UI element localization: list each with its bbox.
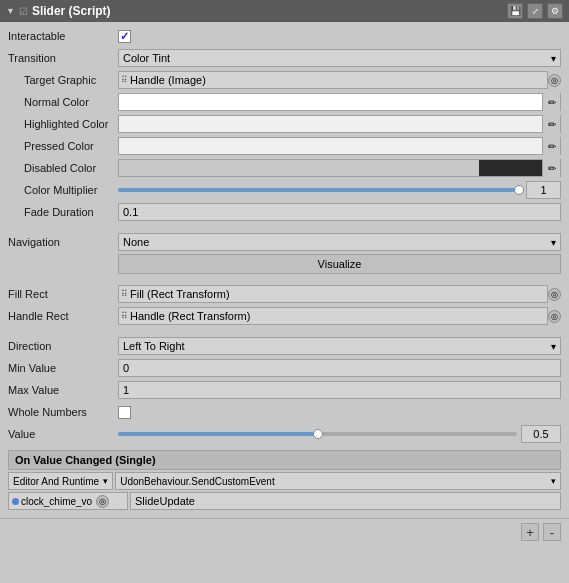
panel-body: Interactable ✓ Transition Color Tint Tar… — [0, 22, 569, 514]
expand-icon[interactable]: ⤢ — [527, 3, 543, 19]
value-row: Value 0.5 — [8, 424, 561, 444]
add-event-button[interactable]: + — [521, 523, 539, 541]
fill-rect-field[interactable]: ⠿ Fill (Rect Transform) — [118, 285, 548, 303]
method-field[interactable]: SlideUpdate — [130, 492, 561, 510]
pressed-color-field[interactable]: ✏ — [118, 137, 561, 155]
transition-label: Transition — [8, 52, 118, 64]
object-field[interactable]: clock_chime_vo ◎ — [8, 492, 128, 510]
min-value-field[interactable]: 0 — [118, 359, 561, 377]
handle-rect-row: Handle Rect ⠿ Handle (Rect Transform) ◎ — [8, 306, 561, 326]
transition-row: Transition Color Tint — [8, 48, 561, 68]
navigation-label: Navigation — [8, 236, 118, 248]
interactable-label: Interactable — [8, 30, 118, 42]
events-section: On Value Changed (Single) Editor And Run… — [8, 450, 561, 510]
direction-dropdown[interactable]: Left To Right — [118, 337, 561, 355]
navigation-row: Navigation None — [8, 232, 561, 252]
bottom-bar: + - — [0, 518, 569, 545]
disabled-color-swatch — [119, 160, 542, 176]
handle-rect-picker[interactable]: ◎ — [548, 310, 561, 323]
color-multiplier-slider-row: 1 — [118, 181, 561, 199]
min-value-label: Min Value — [8, 362, 118, 374]
handle-rect-field[interactable]: ⠿ Handle (Rect Transform) — [118, 307, 548, 325]
fill-rect-label: Fill Rect — [8, 288, 118, 300]
highlighted-color-swatch — [119, 116, 542, 132]
pressed-color-swatch — [119, 138, 542, 154]
max-value-field[interactable]: 1 — [118, 381, 561, 399]
visualize-row: Visualize — [8, 254, 561, 274]
panel-title: Slider (Script) — [32, 4, 503, 18]
fade-duration-label: Fade Duration — [8, 206, 118, 218]
normal-color-label: Normal Color — [8, 96, 118, 108]
header-icons: 💾 ⤢ ⚙ — [507, 3, 563, 19]
color-multiplier-label: Color Multiplier — [8, 184, 118, 196]
fade-duration-row: Fade Duration 0.1 — [8, 202, 561, 222]
highlighted-color-label: Highlighted Color — [8, 118, 118, 130]
color-multiplier-track[interactable] — [118, 188, 522, 192]
color-multiplier-row: Color Multiplier 1 — [8, 180, 561, 200]
save-icon[interactable]: 💾 — [507, 3, 523, 19]
pressed-color-row: Pressed Color ✏ — [8, 136, 561, 156]
value-number[interactable]: 0.5 — [521, 425, 561, 443]
value-label: Value — [8, 428, 118, 440]
value-slider-row: 0.5 — [118, 425, 561, 443]
max-value-label: Max Value — [8, 384, 118, 396]
gear-icon[interactable]: ⚙ — [547, 3, 563, 19]
target-graphic-row: Target Graphic ⠿ Handle (Image) ◎ — [8, 70, 561, 90]
pressed-color-picker-icon[interactable]: ✏ — [542, 137, 560, 155]
max-value-row: Max Value 1 — [8, 380, 561, 400]
color-multiplier-thumb[interactable] — [514, 185, 524, 195]
visualize-button[interactable]: Visualize — [118, 254, 561, 274]
target-graphic-label: Target Graphic — [8, 74, 118, 86]
function-dropdown[interactable]: UdonBehaviour.SendCustomEvent — [115, 472, 561, 490]
fill-rect-row: Fill Rect ⠿ Fill (Rect Transform) ◎ — [8, 284, 561, 304]
whole-numbers-checkbox[interactable] — [118, 406, 131, 419]
highlighted-color-picker-icon[interactable]: ✏ — [542, 115, 560, 133]
disabled-color-label: Disabled Color — [8, 162, 118, 174]
whole-numbers-row: Whole Numbers — [8, 402, 561, 422]
highlighted-color-field[interactable]: ✏ — [118, 115, 561, 133]
disabled-color-field[interactable]: ✏ — [118, 159, 561, 177]
handle-rect-label: Handle Rect — [8, 310, 118, 322]
min-value-row: Min Value 0 — [8, 358, 561, 378]
color-multiplier-value[interactable]: 1 — [526, 181, 561, 199]
enable-checkbox[interactable]: ☑ — [19, 6, 28, 17]
transition-dropdown[interactable]: Color Tint — [118, 49, 561, 67]
interactable-row: Interactable ✓ — [8, 26, 561, 46]
value-thumb[interactable] — [313, 429, 323, 439]
collapse-icon[interactable]: ▼ — [6, 6, 15, 16]
target-graphic-picker[interactable]: ◎ — [548, 74, 561, 87]
direction-row: Direction Left To Right — [8, 336, 561, 356]
normal-color-field[interactable]: ✏ — [118, 93, 561, 111]
whole-numbers-label: Whole Numbers — [8, 406, 118, 418]
direction-label: Direction — [8, 340, 118, 352]
fill-rect-picker[interactable]: ◎ — [548, 288, 561, 301]
events-header: On Value Changed (Single) — [8, 450, 561, 470]
object-picker[interactable]: ◎ — [96, 495, 109, 508]
color-multiplier-fill — [118, 188, 522, 192]
value-fill — [118, 432, 318, 436]
fade-duration-field[interactable]: 0.1 — [118, 203, 561, 221]
normal-color-picker-icon[interactable]: ✏ — [542, 93, 560, 111]
events-obj-row: clock_chime_vo ◎ SlideUpdate — [8, 492, 561, 510]
slider-script-panel: ▼ ☑ Slider (Script) 💾 ⤢ ⚙ Interactable ✓… — [0, 0, 569, 545]
object-dot-icon — [12, 498, 19, 505]
events-controls-row: Editor And Runtime UdonBehaviour.SendCus… — [8, 472, 561, 490]
navigation-dropdown[interactable]: None — [118, 233, 561, 251]
disabled-color-row: Disabled Color ✏ — [8, 158, 561, 178]
normal-color-swatch — [119, 94, 542, 110]
value-track[interactable] — [118, 432, 517, 436]
pressed-color-label: Pressed Color — [8, 140, 118, 152]
disabled-color-picker-icon[interactable]: ✏ — [542, 159, 560, 177]
runtime-dropdown[interactable]: Editor And Runtime — [8, 472, 113, 490]
interactable-checkbox[interactable]: ✓ — [118, 30, 131, 43]
normal-color-row: Normal Color ✏ — [8, 92, 561, 112]
highlighted-color-row: Highlighted Color ✏ — [8, 114, 561, 134]
target-graphic-field[interactable]: ⠿ Handle (Image) — [118, 71, 548, 89]
panel-header: ▼ ☑ Slider (Script) 💾 ⤢ ⚙ — [0, 0, 569, 22]
remove-event-button[interactable]: - — [543, 523, 561, 541]
